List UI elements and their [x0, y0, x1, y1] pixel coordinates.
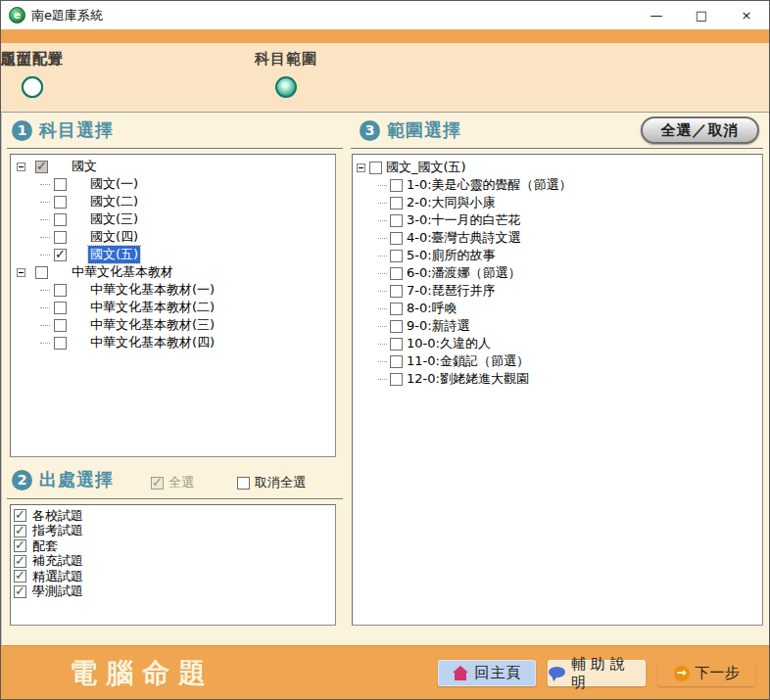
tree-checkbox[interactable] [390, 197, 403, 210]
tree-row[interactable]: 8-0:呼喚 [353, 300, 762, 317]
tree-row[interactable]: 10-0:久違的人 [353, 335, 762, 352]
tree-row[interactable]: 3-0:十一月的白芒花 [353, 211, 762, 229]
tree-row[interactable]: 中華文化基本教材(三) [11, 316, 335, 334]
tree-checkbox[interactable] [390, 320, 403, 333]
tree-row[interactable]: 國文(四) [11, 228, 335, 246]
tree-expander-icon[interactable] [357, 163, 365, 172]
list-item[interactable]: 配套 [11, 538, 335, 554]
footer-button[interactable]: 輔助說明 [548, 660, 646, 686]
tree-item-label[interactable]: 國文(五) [88, 246, 140, 263]
tree-item-label[interactable]: 國文(三) [88, 210, 140, 228]
range-tree[interactable]: 國文_國文(五) 1-0:美是心靈的覺醒（節選） 2-0:大同與小康 [352, 154, 763, 626]
tree-item-label[interactable]: 國文(一) [88, 175, 140, 193]
tree-checkbox[interactable] [54, 302, 67, 314]
tree-item-label[interactable]: 4-0:臺灣古典詩文選 [405, 229, 523, 247]
list-item-label[interactable]: 學測試題 [30, 583, 85, 600]
tree-item-label[interactable]: 中華文化基本教材(三) [88, 316, 217, 334]
tree-row[interactable]: 中華文化基本教材 [11, 263, 335, 281]
tree-item-label[interactable]: 10-0:久違的人 [405, 335, 493, 352]
tree-row[interactable]: 1-0:美是心靈的覺醒（節選） [353, 176, 762, 194]
tree-expander-icon[interactable] [17, 268, 25, 277]
list-item[interactable]: 學測試題 [11, 584, 335, 600]
tree-row[interactable]: 11-0:金鎖記（節選） [353, 352, 762, 370]
minimize-button[interactable]: — [634, 1, 679, 29]
tree-checkbox[interactable] [54, 231, 67, 244]
tree-row[interactable]: 國文(一) [11, 175, 335, 193]
select-all-checkbox[interactable] [151, 477, 164, 490]
list-item[interactable]: 精選試題 [11, 569, 335, 584]
tree-item-label[interactable]: 國文 [70, 158, 99, 175]
tree-checkbox[interactable] [390, 267, 403, 280]
footer-button[interactable]: 下一步 [657, 660, 755, 686]
tree-checkbox[interactable] [54, 249, 67, 261]
list-item-checkbox[interactable] [14, 525, 26, 537]
tree-checkbox[interactable] [35, 266, 48, 279]
tree-checkbox[interactable] [390, 355, 403, 368]
list-item-checkbox[interactable] [14, 509, 26, 522]
tree-item-label[interactable]: 中華文化基本教材(四) [88, 334, 217, 351]
tree-item-label[interactable]: 8-0:呼喚 [405, 300, 459, 317]
tree-item-label[interactable]: 國文(四) [88, 228, 140, 246]
tree-checkbox[interactable] [390, 285, 403, 298]
tree-row[interactable]: 2-0:大同與小康 [353, 194, 762, 211]
tree-expander-icon[interactable] [17, 163, 25, 171]
tree-row[interactable]: 國文_國文(五) [353, 159, 762, 176]
tree-row[interactable]: 9-0:新詩選 [353, 317, 762, 335]
tree-checkbox[interactable] [390, 250, 403, 262]
list-item-checkbox[interactable] [14, 585, 26, 598]
tree-item-label[interactable]: 12-0:劉姥姥進大觀園 [405, 370, 531, 388]
subject-tree[interactable]: 國文 國文(一) 國文(二) 國文(三) [10, 154, 336, 457]
tree-checkbox[interactable] [54, 213, 67, 226]
tree-checkbox[interactable] [390, 303, 403, 315]
tree-item-label[interactable]: 中華文化基本教材(二) [88, 299, 217, 316]
tree-item-label[interactable]: 2-0:大同與小康 [405, 194, 498, 211]
tree-checkbox[interactable] [390, 179, 403, 192]
tree-item-label[interactable]: 11-0:金鎖記（節選） [405, 352, 531, 370]
tree-row[interactable]: 國文(二) [11, 193, 335, 210]
tree-checkbox[interactable] [54, 337, 67, 350]
tree-row[interactable]: 中華文化基本教材(二) [11, 299, 335, 316]
tree-item-label[interactable]: 中華文化基本教材(一) [88, 281, 217, 299]
tree-row[interactable]: 6-0:潘渡娜（節選） [353, 264, 762, 282]
tree-checkbox[interactable] [390, 232, 403, 245]
list-item[interactable]: 各校試題 [11, 508, 335, 524]
tree-item-label[interactable]: 1-0:美是心靈的覺醒（節選） [405, 176, 574, 194]
tree-item-label[interactable]: 6-0:潘渡娜（節選） [405, 264, 523, 282]
tree-row[interactable]: 國文(五) [11, 246, 335, 263]
tree-checkbox[interactable] [369, 162, 382, 174]
select-all-toggle-button[interactable]: 全選／取消 [641, 117, 759, 144]
tree-row[interactable]: 中華文化基本教材(一) [11, 281, 335, 299]
tree-checkbox[interactable] [390, 373, 403, 386]
tree-checkbox[interactable] [54, 196, 67, 209]
deselect-all-checkbox[interactable] [237, 477, 250, 490]
list-item-checkbox[interactable] [14, 570, 26, 583]
source-list[interactable]: 各校試題 指考試題 配套 補充試題 [10, 504, 336, 626]
close-button[interactable]: × [724, 1, 769, 29]
tree-checkbox[interactable] [54, 319, 67, 332]
tree-checkbox[interactable] [390, 214, 403, 227]
list-item[interactable]: 補充試題 [11, 554, 335, 570]
tree-item-label[interactable]: 中華文化基本教材 [70, 263, 175, 281]
tree-row[interactable]: 12-0:劉姥姥進大觀園 [353, 370, 762, 388]
tree-item-label[interactable]: 國文_國文(五) [384, 159, 468, 176]
tree-checkbox[interactable] [54, 178, 67, 191]
tree-checkbox[interactable] [54, 284, 67, 297]
tree-row[interactable]: 國文 [11, 158, 335, 175]
tree-row[interactable]: 4-0:臺灣古典詩文選 [353, 229, 762, 247]
tree-row[interactable]: 7-0:琵琶行并序 [353, 282, 762, 300]
tree-row[interactable]: 5-0:廁所的故事 [353, 247, 762, 264]
tree-item-label[interactable]: 國文(二) [88, 193, 140, 210]
maximize-button[interactable]: □ [679, 1, 724, 29]
tree-row[interactable]: 國文(三) [11, 210, 335, 228]
list-item-checkbox[interactable] [14, 539, 26, 552]
tree-item-label[interactable]: 9-0:新詩選 [405, 317, 472, 335]
list-item[interactable]: 指考試題 [11, 524, 335, 539]
footer-button[interactable]: 回主頁 [438, 660, 536, 686]
tree-checkbox[interactable] [35, 161, 48, 173]
tree-item-label[interactable]: 7-0:琵琶行并序 [405, 282, 498, 300]
list-item-checkbox[interactable] [14, 555, 26, 568]
tree-item-label[interactable]: 3-0:十一月的白芒花 [405, 211, 523, 229]
tree-item-label[interactable]: 5-0:廁所的故事 [405, 247, 498, 264]
tree-row[interactable]: 中華文化基本教材(四) [11, 334, 335, 351]
tree-checkbox[interactable] [390, 338, 403, 350]
